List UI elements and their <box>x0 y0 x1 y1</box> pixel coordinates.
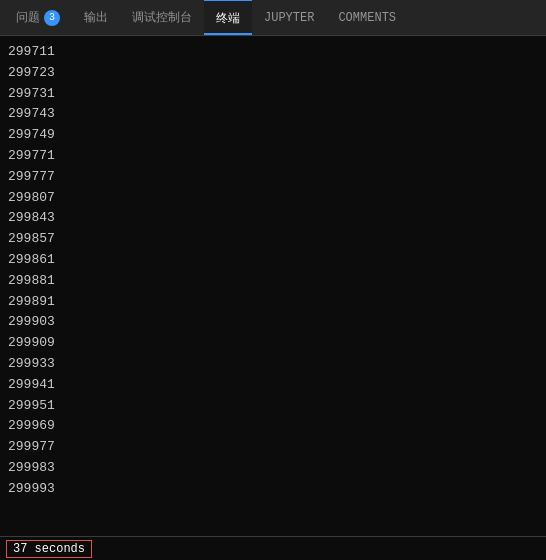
terminal-line: 299977 <box>8 437 538 458</box>
tab-problems-badge: 3 <box>44 10 60 26</box>
terminal-line: 299711 <box>8 42 538 63</box>
terminal-line: 299843 <box>8 208 538 229</box>
terminal-line: 299933 <box>8 354 538 375</box>
tab-terminal[interactable]: 终端 <box>204 0 252 35</box>
terminal-content: 2997112997232997312997432997492997712997… <box>0 36 546 536</box>
status-timer: 37 seconds <box>6 540 92 558</box>
tab-terminal-label: 终端 <box>216 10 240 27</box>
tab-comments[interactable]: COMMENTS <box>326 0 408 35</box>
tab-bar: 问题 3 输出 调试控制台 终端 JUPYTER COMMENTS <box>0 0 546 36</box>
terminal-line: 299891 <box>8 292 538 313</box>
terminal-line: 299749 <box>8 125 538 146</box>
tab-problems[interactable]: 问题 3 <box>4 0 72 35</box>
tab-output[interactable]: 输出 <box>72 0 120 35</box>
terminal-line: 299857 <box>8 229 538 250</box>
terminal-line: 299777 <box>8 167 538 188</box>
terminal-line: 299807 <box>8 188 538 209</box>
terminal-line: 299951 <box>8 396 538 417</box>
terminal-line: 299723 <box>8 63 538 84</box>
terminal-line: 299743 <box>8 104 538 125</box>
terminal-line: 299771 <box>8 146 538 167</box>
terminal-line: 299861 <box>8 250 538 271</box>
terminal-line: 299881 <box>8 271 538 292</box>
terminal-line: 299983 <box>8 458 538 479</box>
status-bar: 37 seconds <box>0 536 546 560</box>
tab-problems-label: 问题 <box>16 9 40 26</box>
terminal-line: 299909 <box>8 333 538 354</box>
tab-comments-label: COMMENTS <box>338 11 396 25</box>
terminal-line: 299903 <box>8 312 538 333</box>
tab-jupyter-label: JUPYTER <box>264 11 314 25</box>
tab-output-label: 输出 <box>84 9 108 26</box>
terminal-line: 299731 <box>8 84 538 105</box>
tab-jupyter[interactable]: JUPYTER <box>252 0 326 35</box>
tab-debug-console-label: 调试控制台 <box>132 9 192 26</box>
terminal-line: 299941 <box>8 375 538 396</box>
tab-debug-console[interactable]: 调试控制台 <box>120 0 204 35</box>
terminal-line: 299993 <box>8 479 538 500</box>
terminal-line: 299969 <box>8 416 538 437</box>
